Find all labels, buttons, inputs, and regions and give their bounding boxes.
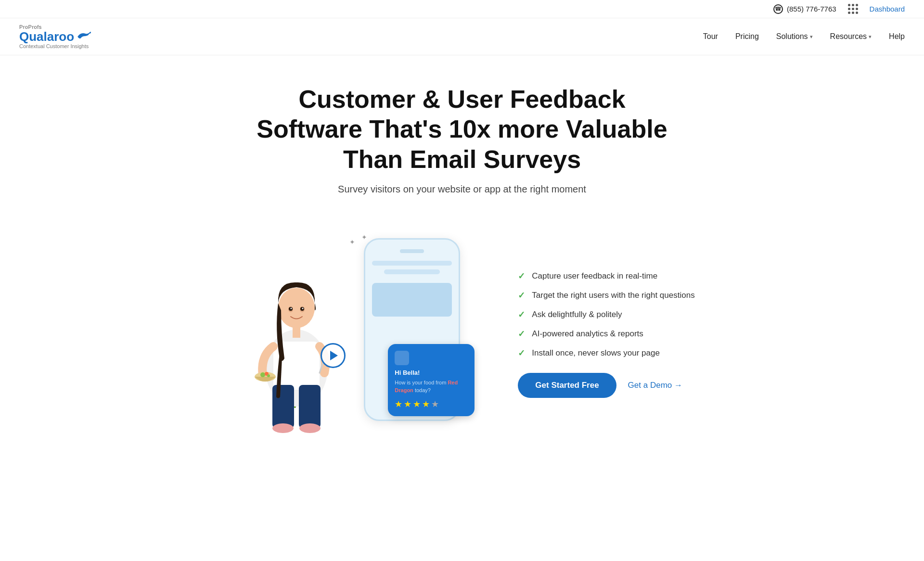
survey-question: How is your food from Red Dragon today? <box>395 379 468 394</box>
logo-bird-icon <box>76 30 91 43</box>
sparkle-icon-1: ✦ <box>349 238 355 246</box>
svg-rect-13 <box>293 326 300 338</box>
feature-item-5: ✓ Install once, never slows your page <box>518 348 694 358</box>
solutions-chevron-icon: ▾ <box>810 34 813 40</box>
star-2: ★ <box>404 399 411 409</box>
logo-text: Qualaroo <box>19 30 74 43</box>
svg-rect-3 <box>299 385 321 428</box>
star-1: ★ <box>395 399 402 409</box>
hero-title: Customer & User Feedback Software That's… <box>245 84 679 174</box>
feature-text-2: Target the right users with the right qu… <box>532 291 694 300</box>
nav-resources[interactable]: Resources ▾ <box>830 32 872 41</box>
phone-content-box <box>372 283 452 317</box>
svg-point-5 <box>299 423 321 433</box>
top-bar: ☎ (855) 776-7763 Dashboard <box>0 0 924 18</box>
get-demo-link[interactable]: Get a Demo → <box>628 381 682 390</box>
survey-greeting: Hi Bella! <box>395 369 468 376</box>
features-section: ✓ Capture user feedback in real-time ✓ T… <box>518 271 694 398</box>
star-5: ★ <box>431 399 439 409</box>
phone-number: (855) 776-7763 <box>787 5 836 13</box>
phone-icon: ☎ <box>773 4 783 14</box>
check-icon-1: ✓ <box>518 271 525 281</box>
hero-section: Customer & User Feedback Software That's… <box>0 55 924 224</box>
nav-solutions[interactable]: Solutions ▾ <box>776 32 813 41</box>
check-icon-5: ✓ <box>518 348 525 358</box>
hero-illustration: 🌿 🌿 ✦ ✦ ✦ <box>229 233 479 435</box>
survey-highlight: Red Dragon <box>395 380 458 393</box>
svg-point-12 <box>302 308 304 309</box>
feature-text-5: Install once, never slows your page <box>532 348 660 358</box>
feature-item-3: ✓ Ask delightfully & politely <box>518 309 694 320</box>
logo-main: Qualaroo <box>19 30 91 43</box>
svg-point-17 <box>267 374 270 377</box>
star-3: ★ <box>413 399 421 409</box>
phone-notch <box>400 249 424 253</box>
cta-area: Get Started Free Get a Demo → <box>518 373 694 398</box>
check-icon-4: ✓ <box>518 329 525 339</box>
dashboard-link[interactable]: Dashboard <box>870 5 905 13</box>
survey-avatar <box>395 351 409 365</box>
feature-text-3: Ask delightfully & politely <box>532 310 622 319</box>
main-content: 🌿 🌿 ✦ ✦ ✦ <box>125 224 799 455</box>
feature-text-1: Capture user feedback in real-time <box>532 271 657 281</box>
nav-tour[interactable]: Tour <box>703 32 718 41</box>
feature-text-4: AI-powered analytics & reports <box>532 329 643 339</box>
main-nav: Tour Pricing Solutions ▾ Resources ▾ Hel… <box>703 32 905 41</box>
nav-help[interactable]: Help <box>889 32 905 41</box>
feature-item-1: ✓ Capture user feedback in real-time <box>518 271 694 281</box>
play-triangle-icon <box>330 351 338 360</box>
star-4: ★ <box>422 399 430 409</box>
features-list: ✓ Capture user feedback in real-time ✓ T… <box>518 271 694 358</box>
feature-item-2: ✓ Target the right users with the right … <box>518 290 694 301</box>
logo-area: ProProfs Qualaroo Contextual Customer In… <box>19 24 91 49</box>
phone-content-line-1 <box>372 261 452 266</box>
svg-point-4 <box>272 423 294 433</box>
hero-subtitle: Survey visitors on your website or app a… <box>19 184 905 195</box>
survey-card: Hi Bella! How is your food from Red Drag… <box>388 344 475 416</box>
resources-chevron-icon: ▾ <box>869 34 872 40</box>
phone-content-line-2 <box>384 269 440 274</box>
apps-grid-icon[interactable] <box>848 4 858 14</box>
feature-item-4: ✓ AI-powered analytics & reports <box>518 329 694 339</box>
get-started-button[interactable]: Get Started Free <box>518 373 616 398</box>
svg-point-11 <box>291 308 292 309</box>
svg-point-6 <box>278 288 315 328</box>
logo-tagline: Contextual Customer Insights <box>19 43 91 49</box>
phone-contact: ☎ (855) 776-7763 <box>773 4 836 14</box>
nav-pricing[interactable]: Pricing <box>735 32 759 41</box>
svg-rect-2 <box>272 385 294 428</box>
header: ProProfs Qualaroo Contextual Customer In… <box>0 18 924 55</box>
star-rating: ★ ★ ★ ★ ★ <box>395 399 468 409</box>
svg-point-15 <box>260 372 265 377</box>
check-icon-2: ✓ <box>518 290 525 301</box>
check-icon-3: ✓ <box>518 309 525 320</box>
sparkle-icon-2: ✦ <box>361 233 367 241</box>
